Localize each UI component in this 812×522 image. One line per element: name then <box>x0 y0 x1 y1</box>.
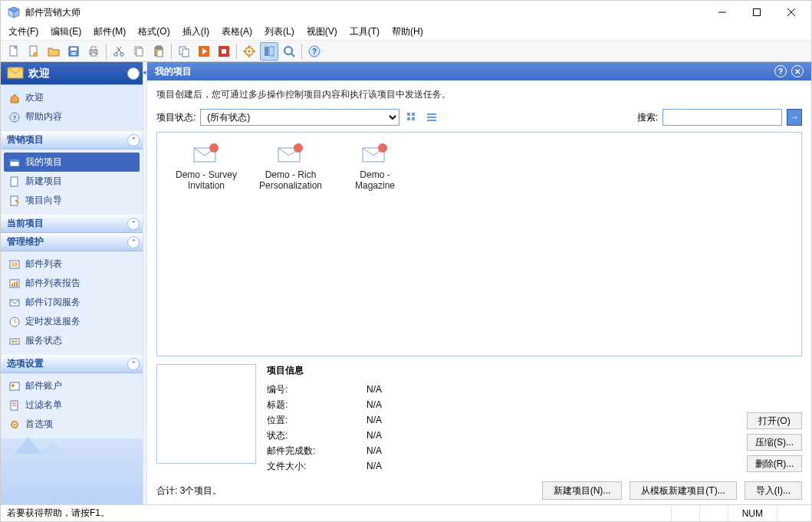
svg-rect-20 <box>156 46 161 48</box>
settings-gear-icon[interactable] <box>240 42 258 61</box>
collapse-icon[interactable]: ⌃ <box>127 134 140 146</box>
menu-insert[interactable]: 插入(I) <box>176 24 215 40</box>
project-list[interactable]: Demo - Survey InvitationDemo - Rich Pers… <box>156 132 802 356</box>
project-item[interactable]: Demo - Rich Personalization <box>255 143 326 191</box>
cut-icon[interactable] <box>110 42 128 61</box>
info-key: 状态: <box>267 429 367 442</box>
sidebar-link-accounts[interactable]: 邮件账户 <box>4 376 140 396</box>
total-label: 合计: 3个项目。 <box>156 484 222 497</box>
info-value: N/A <box>367 384 382 395</box>
wizard-icon <box>8 195 21 207</box>
menu-format[interactable]: 格式(O) <box>132 24 176 40</box>
sidebar-header-current[interactable]: 当前项目⌃ <box>1 215 143 233</box>
view-list-icon[interactable] <box>424 110 439 125</box>
sidebar-link-new-project[interactable]: 新建项目 <box>4 172 140 191</box>
svg-rect-62 <box>10 382 19 390</box>
collapse-icon[interactable]: ⌃ <box>127 218 140 230</box>
panel-view-icon[interactable] <box>260 42 278 61</box>
open-folder-icon[interactable] <box>44 42 63 61</box>
mail-thumb-icon <box>191 143 222 165</box>
svg-rect-12 <box>91 53 96 56</box>
info-key: 标题: <box>267 399 367 412</box>
svg-text:?: ? <box>312 48 317 56</box>
sidebar-header-manage[interactable]: 管理维护⌃ <box>1 233 143 251</box>
copy-icon[interactable] <box>130 42 148 61</box>
sidebar-link-filter[interactable]: 过滤名单 <box>4 396 140 415</box>
sidebar-link-subscription[interactable]: 邮件订阅服务 <box>4 293 140 312</box>
collapse-icon[interactable]: ⌃ <box>127 67 140 80</box>
info-row: 邮件完成数:N/A <box>267 443 736 458</box>
new-project-button[interactable]: 新建项目(N)... <box>542 481 623 500</box>
svg-rect-52 <box>12 284 13 287</box>
import-button[interactable]: 导入(I)... <box>745 481 802 500</box>
minimize-button[interactable] <box>705 2 739 23</box>
svg-point-81 <box>378 143 387 153</box>
sidebar-header-options[interactable]: 选项设置⌃ <box>1 355 143 373</box>
info-row: 位置:N/A <box>267 412 736 428</box>
svg-rect-18 <box>136 48 143 56</box>
status-select[interactable]: (所有状态) <box>200 109 399 126</box>
copy-doc-icon[interactable] <box>175 42 193 61</box>
sidebar-link-help[interactable]: ?帮助内容 <box>4 107 140 126</box>
sidebar-link-mail-report[interactable]: 邮件列表报告 <box>4 274 140 293</box>
info-row: 状态:N/A <box>267 428 736 443</box>
sidebar-header-marketing[interactable]: 营销项目⌃ <box>1 131 143 149</box>
view-grid-icon[interactable] <box>404 110 419 125</box>
menu-file[interactable]: 文件(F) <box>2 24 44 40</box>
main-header: 我的项目 ? ✕ <box>147 62 811 80</box>
collapse-icon[interactable]: ⌃ <box>127 358 140 370</box>
info-value: N/A <box>367 461 382 471</box>
svg-point-68 <box>14 423 16 425</box>
new-starred-icon[interactable] <box>25 42 43 61</box>
svg-rect-1 <box>753 9 760 16</box>
menu-list[interactable]: 列表(L) <box>258 24 301 40</box>
delete-button[interactable]: 删除(R)... <box>747 455 802 472</box>
sidebar-link-project-wizard[interactable]: 项目向导 <box>4 191 140 210</box>
compress-button[interactable]: 压缩(S)... <box>747 434 802 451</box>
sidebar-link-my-projects[interactable]: 我的项目 <box>4 153 140 172</box>
project-item[interactable]: Demo - Magazine <box>340 143 410 191</box>
header-close-icon[interactable]: ✕ <box>791 65 804 77</box>
app-icon <box>7 5 21 19</box>
preview-box <box>156 364 256 464</box>
print-icon[interactable] <box>84 42 103 61</box>
sidebar: 欢迎 ⌃ 欢迎 ?帮助内容 营销项目⌃ 我的项目 新建项目 项目向导 当前项目⌃ <box>1 62 143 504</box>
run-icon[interactable] <box>195 42 213 61</box>
svg-rect-69 <box>407 113 410 116</box>
new-from-template-button[interactable]: 从模板新建项目(T)... <box>630 481 736 500</box>
svg-rect-71 <box>407 117 410 120</box>
sidebar-header-welcome[interactable]: 欢迎 ⌃ <box>1 62 143 85</box>
collapse-icon[interactable]: ⌃ <box>127 236 140 248</box>
close-button[interactable] <box>774 2 808 23</box>
paste-icon[interactable] <box>150 42 168 61</box>
sidebar-link-schedule[interactable]: 定时发送服务 <box>4 312 140 331</box>
menu-help[interactable]: 帮助(H) <box>386 24 429 40</box>
open-button[interactable]: 打开(O) <box>747 412 802 429</box>
header-help-icon[interactable]: ? <box>774 65 787 77</box>
preview-icon[interactable] <box>280 42 298 61</box>
svg-rect-44 <box>10 159 19 162</box>
sidebar-link-service-status[interactable]: 服务状态 <box>4 331 140 350</box>
save-icon[interactable] <box>64 42 83 61</box>
svg-point-15 <box>114 52 117 55</box>
maximize-button[interactable] <box>739 2 774 23</box>
stop-icon[interactable] <box>215 42 233 61</box>
svg-point-6 <box>33 52 38 57</box>
splitter[interactable] <box>143 62 147 504</box>
menu-edit[interactable]: 编辑(E) <box>44 24 87 40</box>
sidebar-link-welcome[interactable]: 欢迎 <box>4 88 140 107</box>
sidebar-link-mail-list[interactable]: 邮件列表 <box>4 254 140 274</box>
project-item[interactable]: Demo - Survey Invitation <box>171 143 242 191</box>
new-doc-icon[interactable] <box>5 42 23 61</box>
search-go-button[interactable]: → <box>787 109 802 126</box>
search-input[interactable] <box>662 109 782 126</box>
menu-tools[interactable]: 工具(T) <box>344 24 386 40</box>
menu-mail[interactable]: 邮件(M) <box>87 24 132 40</box>
sidebar-link-preferences[interactable]: 首选项 <box>4 415 140 434</box>
svg-text:?: ? <box>13 114 17 121</box>
menu-table[interactable]: 表格(A) <box>215 24 258 40</box>
menu-view[interactable]: 视图(V) <box>301 24 344 40</box>
help-icon[interactable]: ? <box>305 42 324 61</box>
info-value: N/A <box>367 415 382 425</box>
subscribe-icon <box>8 297 21 309</box>
